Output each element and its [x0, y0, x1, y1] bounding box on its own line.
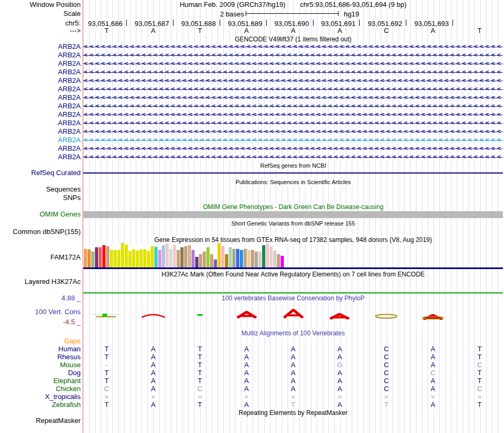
- gtex-bar[interactable]: [117, 250, 120, 267]
- gtex-gene-label[interactable]: FAM172A: [0, 254, 81, 261]
- species-label[interactable]: Rhesus: [0, 353, 81, 361]
- species-label[interactable]: Elephant: [0, 377, 81, 385]
- gene-row-label[interactable]: ARB2A: [0, 85, 81, 93]
- gtex-bar[interactable]: [151, 246, 154, 267]
- gtex-bar[interactable]: [128, 251, 132, 267]
- gene-row[interactable]: <<<<<<<<<<<<<<<<<<<<<<<<<<<<<<<<<<<<<<<<…: [83, 128, 503, 135]
- gene-row-label[interactable]: ARB2A: [0, 60, 81, 67]
- gtex-bar[interactable]: [270, 246, 273, 267]
- gtex-bar[interactable]: [240, 250, 243, 267]
- gene-row-label[interactable]: ARB2A: [0, 145, 81, 152]
- gtex-bar[interactable]: [169, 249, 172, 267]
- gtex-bar[interactable]: [154, 247, 158, 267]
- gene-row-label[interactable]: ARB2A: [0, 94, 81, 101]
- gene-row[interactable]: <<<<<<<<<<<<<<<<<<<<<<<<<<<<<<<<<<<<<<<<…: [83, 102, 503, 110]
- gtex-bar[interactable]: [114, 250, 117, 267]
- gtex-bar[interactable]: [229, 247, 232, 267]
- gene-row[interactable]: <<<<<<<<<<<<<<<<<<<<<<<<<<<<<<<<<<<<<<<<…: [83, 136, 503, 144]
- gtex-bar[interactable]: [166, 244, 169, 267]
- gtex-bar[interactable]: [210, 254, 213, 267]
- phylop-track-label[interactable]: 100 Vert. Cons: [0, 308, 81, 316]
- gtex-bar[interactable]: [262, 245, 265, 267]
- gtex-bar[interactable]: [273, 250, 276, 267]
- gtex-bar[interactable]: [162, 245, 165, 267]
- gtex-bar[interactable]: [99, 247, 102, 267]
- species-label[interactable]: Human: [0, 345, 81, 353]
- gtex-bar[interactable]: [136, 250, 139, 267]
- gene-row[interactable]: <<<<<<<<<<<<<<<<<<<<<<<<<<<<<<<<<<<<<<<<…: [83, 145, 503, 152]
- gtex-bar[interactable]: [106, 246, 109, 267]
- gene-row-label[interactable]: ARB2A: [0, 77, 81, 84]
- gtex-bar[interactable]: [277, 254, 280, 267]
- common-dbsnp-label[interactable]: Common dbSNP(155): [0, 228, 81, 236]
- layered-h3k27ac-label[interactable]: Layered H3K27Ac: [0, 278, 81, 285]
- species-label[interactable]: Zebrafish: [0, 401, 81, 409]
- gtex-bar[interactable]: [121, 243, 124, 267]
- gtex-bar[interactable]: [192, 250, 195, 267]
- gtex-bar[interactable]: [281, 256, 284, 267]
- gene-row[interactable]: <<<<<<<<<<<<<<<<<<<<<<<<<<<<<<<<<<<<<<<<…: [83, 68, 503, 76]
- gene-row[interactable]: <<<<<<<<<<<<<<<<<<<<<<<<<<<<<<<<<<<<<<<<…: [83, 119, 503, 127]
- refseq-curated-label[interactable]: RefSeq Curated: [0, 169, 81, 177]
- gene-row[interactable]: <<<<<<<<<<<<<<<<<<<<<<<<<<<<<<<<<<<<<<<<…: [83, 77, 503, 84]
- gtex-bar[interactable]: [206, 247, 210, 267]
- gene-row[interactable]: <<<<<<<<<<<<<<<<<<<<<<<<<<<<<<<<<<<<<<<<…: [83, 111, 503, 118]
- gtex-bar[interactable]: [132, 249, 135, 267]
- gene-row[interactable]: <<<<<<<<<<<<<<<<<<<<<<<<<<<<<<<<<<<<<<<<…: [83, 60, 503, 67]
- gtex-bar[interactable]: [232, 249, 236, 267]
- gene-row-label[interactable]: ARB2A: [0, 102, 81, 110]
- gene-row-label[interactable]: ARB2A: [0, 111, 81, 118]
- gene-row[interactable]: <<<<<<<<<<<<<<<<<<<<<<<<<<<<<<<<<<<<<<<<…: [83, 51, 503, 59]
- gtex-bar[interactable]: [218, 243, 221, 267]
- gtex-bar[interactable]: [143, 249, 146, 267]
- gtex-bar[interactable]: [255, 252, 258, 267]
- gene-row[interactable]: <<<<<<<<<<<<<<<<<<<<<<<<<<<<<<<<<<<<<<<<…: [83, 94, 503, 101]
- gtex-bar[interactable]: [147, 251, 150, 267]
- gene-row-label[interactable]: ARB2A: [0, 43, 81, 50]
- gene-row-label[interactable]: ARB2A: [0, 51, 81, 59]
- omim-genes-label[interactable]: OMIM Genes: [0, 211, 81, 218]
- gtex-bar[interactable]: [225, 254, 228, 267]
- gtex-bar[interactable]: [110, 250, 113, 267]
- omim-gene-bar[interactable]: [83, 211, 503, 218]
- gtex-bar[interactable]: [203, 252, 206, 267]
- gtex-bar[interactable]: [91, 252, 94, 267]
- gtex-bar[interactable]: [214, 259, 217, 267]
- gene-row-label[interactable]: ARB2A: [0, 153, 81, 161]
- gtex-bar[interactable]: [258, 252, 262, 267]
- gene-row-label[interactable]: ARB2A: [0, 119, 81, 127]
- gtex-bar[interactable]: [236, 249, 239, 267]
- gtex-bar[interactable]: [266, 244, 269, 267]
- gtex-bar[interactable]: [251, 250, 254, 267]
- gene-row-label[interactable]: ARB2A: [0, 68, 81, 76]
- gene-row-label[interactable]: ARB2A: [0, 136, 81, 144]
- species-label[interactable]: Chicken: [0, 385, 81, 393]
- gtex-bar[interactable]: [195, 257, 198, 267]
- gtex-bar[interactable]: [84, 249, 87, 267]
- gtex-bar[interactable]: [244, 249, 247, 267]
- gtex-bar[interactable]: [88, 249, 91, 267]
- species-label[interactable]: X_tropicalis: [0, 393, 81, 401]
- species-label[interactable]: Dog: [0, 369, 81, 377]
- snps-label[interactable]: SNPs: [0, 194, 81, 202]
- gtex-bar[interactable]: [173, 245, 176, 267]
- gene-row[interactable]: <<<<<<<<<<<<<<<<<<<<<<<<<<<<<<<<<<<<<<<<…: [83, 43, 503, 50]
- gtex-bar[interactable]: [199, 254, 202, 267]
- gene-row-label[interactable]: ARB2A: [0, 128, 81, 135]
- repeatmasker-label[interactable]: RepeatMasker: [0, 417, 81, 425]
- gtex-bar[interactable]: [177, 250, 180, 267]
- gtex-bar[interactable]: [247, 250, 250, 267]
- sequences-label[interactable]: Sequences: [0, 186, 81, 193]
- gtex-bar[interactable]: [95, 247, 98, 267]
- species-label[interactable]: Mouse: [0, 361, 81, 369]
- gene-row[interactable]: <<<<<<<<<<<<<<<<<<<<<<<<<<<<<<<<<<<<<<<<…: [83, 85, 503, 93]
- gtex-bar[interactable]: [102, 245, 106, 267]
- gtex-bar[interactable]: [125, 245, 128, 267]
- gtex-bar[interactable]: [140, 249, 143, 267]
- gtex-bar[interactable]: [180, 247, 184, 267]
- gtex-bar[interactable]: [221, 246, 224, 267]
- refseq-gene-line[interactable]: [83, 172, 503, 174]
- gtex-bar[interactable]: [188, 245, 191, 267]
- gtex-bar[interactable]: [158, 250, 161, 267]
- gene-row[interactable]: <<<<<<<<<<<<<<<<<<<<<<<<<<<<<<<<<<<<<<<<…: [83, 153, 503, 161]
